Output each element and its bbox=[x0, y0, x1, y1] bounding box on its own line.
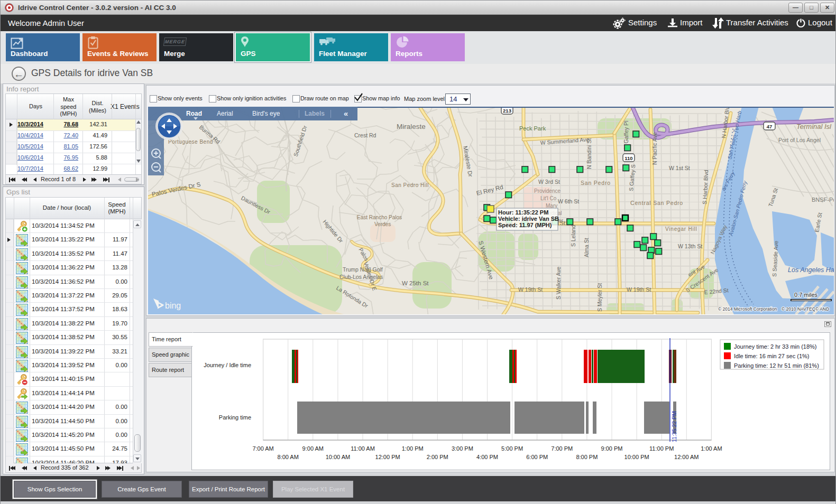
svg-text:bing: bing bbox=[165, 301, 181, 310]
svg-text:Terminal Isl: Terminal Isl bbox=[796, 123, 832, 130]
svg-text:7:00 AM: 7:00 AM bbox=[252, 445, 273, 452]
svg-text:Bird's eye: Bird's eye bbox=[252, 110, 280, 117]
svg-text:11:00 PM: 11:00 PM bbox=[649, 445, 674, 452]
svg-text:0.7 miles: 0.7 miles bbox=[794, 292, 818, 298]
svg-text:«: « bbox=[344, 109, 348, 118]
svg-text:Crest Rd: Crest Rd bbox=[354, 132, 376, 138]
svg-text:8:00 AM: 8:00 AM bbox=[278, 454, 299, 460]
svg-text:Miraleste: Miraleste bbox=[397, 123, 426, 130]
svg-text:S Walker Ave: S Walker Ave bbox=[555, 266, 562, 300]
svg-text:1:00 AM: 1:00 AM bbox=[701, 445, 722, 452]
svg-text:Parking time: 12 hr 51 min (81: Parking time: 12 hr 51 min (81%) bbox=[734, 362, 819, 369]
svg-text:9:00 AM: 9:00 AM bbox=[302, 445, 324, 452]
svg-text:Club-Los Angelas: Club-Los Angelas bbox=[339, 274, 383, 280]
svg-text:10:00 PM: 10:00 PM bbox=[624, 454, 649, 460]
svg-text:Parking time: Parking time bbox=[219, 414, 251, 421]
svg-text:213: 213 bbox=[503, 108, 511, 114]
svg-text:3:00 PM: 3:00 PM bbox=[452, 445, 473, 452]
svg-text:W 19th St: W 19th St bbox=[627, 286, 651, 293]
svg-text:N Pacific Ave: N Pacific Ave bbox=[651, 132, 658, 165]
svg-text:Mary: Mary bbox=[546, 203, 557, 209]
svg-text:Alma St: Alma St bbox=[583, 238, 590, 257]
svg-text:W 3rd St: W 3rd St bbox=[538, 179, 560, 185]
svg-text:San Pedro Hill: San Pedro Hill bbox=[391, 182, 429, 188]
svg-text:W 13th St: W 13th St bbox=[678, 243, 702, 249]
svg-text:Portuguese Bend: Portuguese Bend bbox=[168, 139, 213, 145]
svg-text:Verdes: Verdes bbox=[374, 221, 391, 227]
svg-text:Los Angeles Harb: Los Angeles Harb bbox=[788, 266, 834, 274]
svg-text:Central San Pedro: Central San Pedro bbox=[630, 200, 683, 206]
svg-text:© 2014 Microsoft Corporation: © 2014 Microsoft Corporation bbox=[718, 306, 777, 312]
svg-text:W 1st St: W 1st St bbox=[669, 165, 690, 171]
svg-text:W 19th St: W 19th St bbox=[518, 286, 543, 293]
svg-text:8:00 PM: 8:00 PM bbox=[576, 454, 598, 460]
svg-text:Trump Nat'l Golf: Trump Nat'l Golf bbox=[343, 266, 383, 273]
svg-text:Idle time: 16 min 27 sec (1%): Idle time: 16 min 27 sec (1%) bbox=[734, 353, 809, 359]
svg-text:10:00 AM: 10:00 AM bbox=[326, 454, 350, 460]
svg-text:12:00 PM: 12:00 PM bbox=[375, 454, 400, 460]
svg-text:Port of Los Angel: Port of Los Angel bbox=[778, 137, 821, 143]
svg-text:12:00 AM: 12:00 AM bbox=[674, 454, 699, 460]
svg-text:W 6th St: W 6th St bbox=[558, 198, 579, 204]
svg-text:© AND: © AND bbox=[815, 306, 829, 312]
svg-text:110: 110 bbox=[624, 155, 632, 161]
svg-text:Road: Road bbox=[186, 110, 202, 117]
svg-text:Vehicle: idrive Van SB: Vehicle: idrive Van SB bbox=[498, 216, 559, 222]
svg-text:6:00 PM: 6:00 PM bbox=[526, 454, 548, 460]
svg-text:Lit'l Co: Lit'l Co bbox=[540, 195, 557, 201]
svg-text:East Rancho Palos: East Rancho Palos bbox=[357, 214, 402, 220]
svg-text:S Meyler St: S Meyler St bbox=[596, 283, 603, 312]
svg-text:47: 47 bbox=[767, 124, 773, 129]
svg-text:N Bandini St: N Bandini St bbox=[586, 138, 592, 169]
svg-text:Journey / Idle time: Journey / Idle time bbox=[204, 362, 251, 368]
svg-text:Hour: 11:35:22 PM: Hour: 11:35:22 PM bbox=[498, 209, 548, 216]
svg-text:5:00 PM: 5:00 PM bbox=[501, 445, 523, 452]
svg-text:Journey time: 2 hr 33 min (18%: Journey time: 2 hr 33 min (18%) bbox=[734, 343, 817, 350]
svg-text:Aerial: Aerial bbox=[217, 110, 233, 117]
svg-text:BNSF-Port: BNSF-Port bbox=[812, 197, 834, 203]
svg-text:9:00 PM: 9:00 PM bbox=[601, 445, 623, 452]
svg-text:San Pedro: San Pedro bbox=[581, 180, 611, 186]
svg-text:11:00 AM: 11:00 AM bbox=[351, 445, 375, 452]
svg-text:2:00 PM: 2:00 PM bbox=[427, 454, 448, 460]
svg-text:Labels: Labels bbox=[305, 110, 325, 117]
svg-text:Vinegar Hill: Vinegar Hill bbox=[665, 226, 697, 232]
svg-text:Peck Park: Peck Park bbox=[519, 125, 546, 132]
svg-text:Providence: Providence bbox=[534, 188, 561, 194]
svg-text:Speed: 11.97 (MPH): Speed: 11.97 (MPH) bbox=[498, 222, 552, 228]
svg-text:© 2010 NAVTEQ: © 2010 NAVTEQ bbox=[782, 306, 816, 312]
svg-text:4:00 PM: 4:00 PM bbox=[476, 454, 498, 460]
svg-text:W 25th St: W 25th St bbox=[402, 280, 429, 286]
svg-text:S Leland: S Leland bbox=[570, 225, 576, 247]
svg-text:11:35:22 PM: 11:35:22 PM bbox=[671, 411, 677, 442]
svg-text:1:00 PM: 1:00 PM bbox=[402, 445, 424, 452]
svg-text:7:00 PM: 7:00 PM bbox=[551, 445, 573, 452]
